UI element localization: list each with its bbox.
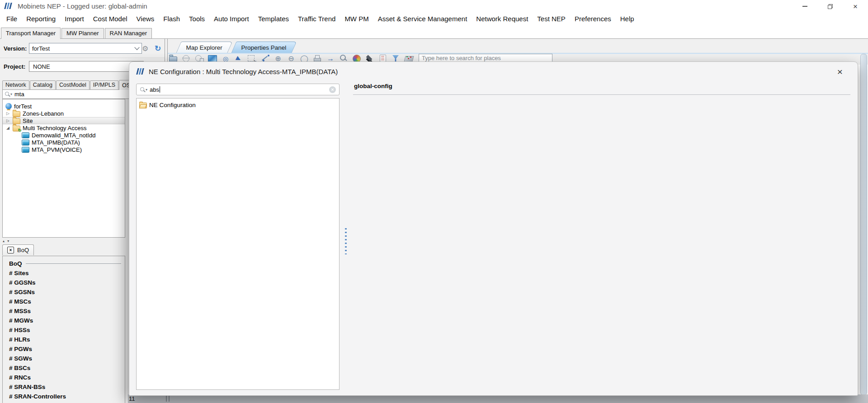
tree-item[interactable]: MTA_PVM(VOICE) [3, 146, 125, 153]
restore-button[interactable] [817, 0, 843, 13]
menu-reporting[interactable]: Reporting [22, 13, 60, 24]
boq-item: # MSCs [9, 297, 122, 306]
window-title: Mobinets NEP - Logged user: global-admin [18, 2, 147, 10]
tree-item[interactable]: ▷ Zones-Lebanon [3, 110, 125, 117]
tree-search-input[interactable]: ▾ mta [2, 89, 130, 99]
dialog-section-rule [353, 94, 850, 95]
project-field[interactable]: NONE [29, 61, 144, 72]
refresh-icon[interactable]: ↻ [155, 44, 161, 53]
menu-asset-service-management[interactable]: Asset & Service Management [373, 13, 472, 24]
expander-icon[interactable]: ▷ [5, 112, 10, 116]
menu-mw-pm[interactable]: MW PM [340, 13, 373, 24]
open-folder-icon [139, 103, 147, 108]
menu-auto-import[interactable]: Auto Import [209, 13, 254, 24]
expander-icon[interactable]: ◢ [5, 126, 10, 130]
separator [0, 58, 165, 59]
dialog-title-bar: NE Configuration : Multi Technology Acce… [129, 62, 858, 81]
search-icon [140, 87, 146, 93]
folder-icon [13, 111, 20, 117]
boq-item: BoQ [9, 259, 122, 268]
boq-item-label: # RNCs [9, 374, 31, 381]
network-element-icon [22, 132, 29, 138]
window-controls: × [792, 0, 868, 13]
app-logo-icon [4, 3, 13, 9]
close-tab-icon[interactable]: × [7, 247, 14, 253]
tools-icon[interactable]: ⚙ [142, 44, 148, 53]
boq-item: # SGSNs [9, 287, 122, 297]
folder-sync-icon [13, 126, 20, 131]
search-options-caret-icon[interactable]: ▾ [10, 92, 12, 96]
boq-item: # SRAN-Controllers [9, 392, 122, 401]
menu-import[interactable]: Import [60, 13, 89, 24]
boq-item-label: # MGWs [9, 317, 33, 324]
network-element-icon [22, 147, 29, 153]
collapse-up-icon[interactable]: ▴ [3, 239, 5, 243]
boq-item-label: # HLRs [9, 336, 30, 343]
version-combobox[interactable]: forTest [29, 43, 142, 54]
menu-tools[interactable]: Tools [184, 13, 209, 24]
menu-cost-model[interactable]: Cost Model [89, 13, 132, 24]
menu-templates[interactable]: Templates [254, 13, 293, 24]
tree-item[interactable]: ▷ Site [3, 117, 125, 124]
panel-splitter[interactable]: ▴ ▾ [3, 239, 10, 243]
collapse-down-icon[interactable]: ▾ [7, 239, 10, 243]
boq-panel: BoQ # Sites # GGSNs # SGSNs # MSCs # MSS… [2, 256, 125, 403]
menu-traffic-trend[interactable]: Traffic Trend [293, 13, 340, 24]
folder-icon [13, 118, 20, 124]
menu-preferences[interactable]: Preferences [570, 13, 616, 24]
map-vertical-scrollbar[interactable] [860, 54, 867, 395]
boq-item: # BSCs [9, 363, 122, 373]
boq-item-label: # Sites [9, 270, 29, 276]
menu-help[interactable]: Help [616, 13, 639, 24]
tab-ip-mpls[interactable]: IP/MPLS [90, 80, 118, 89]
boq-item: # PGWs [9, 344, 122, 354]
menu-flash[interactable]: Flash [159, 13, 184, 24]
boq-item-label: # SRAN-Controllers [9, 393, 66, 400]
tree-item[interactable]: MTA_IPMB(DATA) [3, 139, 125, 146]
clear-search-icon[interactable]: × [329, 86, 336, 93]
dialog-logo-icon [136, 68, 145, 75]
boq-tab-label: BoQ [17, 247, 29, 253]
dialog-config-tree: NE Configuration [136, 98, 340, 390]
boq-item: # Sites [9, 268, 122, 278]
network-element-icon [22, 140, 29, 145]
status-count: 11 [129, 395, 135, 402]
tab-ran-manager[interactable]: RAN Manager [105, 28, 152, 38]
minimize-button[interactable] [792, 0, 817, 13]
tree-item[interactable]: ◢ Multi Technology Access [3, 124, 125, 131]
restore-icon [828, 4, 833, 9]
boq-item: # GGSNs [9, 278, 122, 287]
tree-item-label: Zones-Lebanon [23, 110, 64, 117]
tab-network[interactable]: Network [2, 80, 29, 89]
search-options-caret-icon[interactable]: ▾ [146, 88, 147, 92]
dialog-close-button[interactable]: × [834, 66, 846, 77]
boq-item-label: # GGSNs [9, 279, 36, 286]
expander-icon[interactable]: ▷ [5, 119, 10, 123]
close-button[interactable]: × [843, 0, 868, 13]
dialog-search-input[interactable]: ▾ abs × [136, 84, 340, 95]
boq-item-label: # HSSs [9, 327, 30, 333]
tree-item[interactable]: forTest [3, 103, 125, 110]
menu-views[interactable]: Views [132, 13, 159, 24]
tab-mw-planner[interactable]: MW Planner [61, 28, 104, 38]
menu-bar: File Reporting Import Cost Model Views F… [0, 12, 868, 25]
boq-item-label: # MSSs [9, 308, 31, 314]
menu-network-request[interactable]: Network Request [472, 13, 533, 24]
dialog-splitter-handle[interactable] [345, 228, 347, 254]
tab-properties-panel[interactable]: Properties Panel [231, 42, 297, 53]
menu-test-nep[interactable]: Test NEP [533, 13, 570, 24]
dialog-search-value: abs [150, 86, 159, 93]
tree-item[interactable]: NE Configuration [137, 101, 339, 109]
tree-item-label: Multi Technology Access [23, 125, 86, 131]
boq-item: # RNCs [9, 373, 122, 382]
tab-catalog[interactable]: Catalog [30, 80, 56, 89]
project-value: NONE [33, 63, 50, 70]
boq-item: # MSSs [9, 306, 122, 316]
tree-item-label: Site [23, 117, 33, 124]
tab-boq[interactable]: × BoQ [2, 244, 34, 255]
menu-file[interactable]: File [2, 13, 22, 24]
tab-transport-manager[interactable]: Transport Manager [1, 28, 61, 39]
tab-costmodel[interactable]: CostModel [56, 80, 90, 89]
tab-map-explorer[interactable]: Map Explorer [176, 42, 232, 53]
boq-group-rule [26, 263, 122, 264]
